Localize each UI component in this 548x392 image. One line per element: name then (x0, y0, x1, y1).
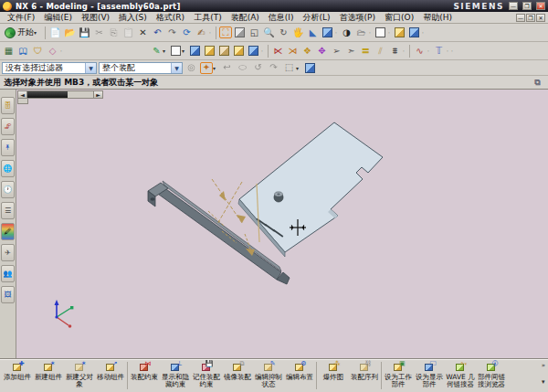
start-button[interactable]: 开始 ▾ (2, 25, 42, 40)
menu-view[interactable]: 视图(V) (77, 12, 114, 24)
wcs-display-icon[interactable]: ◇ (46, 44, 59, 58)
zoom-icon[interactable]: 🔍 (262, 26, 276, 39)
isometric-view-icon[interactable] (393, 26, 406, 39)
angle-constraint-icon[interactable]: ❖ (300, 44, 314, 58)
redo-icon[interactable]: ↷ (165, 26, 179, 39)
system-materials-tab[interactable]: ☰ (1, 202, 15, 219)
touch-mode-icon[interactable]: ✍ (195, 26, 208, 39)
fit-view-icon[interactable]: ⛶ (219, 26, 232, 38)
delete-icon[interactable]: ✕ (136, 26, 150, 39)
perspective-icon[interactable]: ◣ (306, 26, 320, 39)
spline-icon[interactable]: ∿ (413, 44, 427, 58)
part-links-browser-button[interactable]: 🛈 部件间链接浏览器 (476, 361, 507, 388)
clamp-icon[interactable]: 𝕋 (432, 44, 446, 58)
constraint-navigator-tab[interactable]: 🖇 (1, 118, 15, 135)
deselect-icon[interactable]: ↩ (220, 61, 234, 75)
rectangle-select-arrow[interactable]: ▾ (296, 65, 301, 71)
undo-icon[interactable]: ↶ (151, 26, 164, 39)
child-restore-button[interactable]: ❐ (526, 14, 535, 22)
line-constraint-icon[interactable]: ⋊ (286, 44, 300, 58)
menu-format[interactable]: 格式(R) (152, 12, 189, 24)
rotate-view-icon[interactable]: ↻ (277, 26, 290, 39)
history-tab[interactable]: 🕐 (1, 181, 15, 198)
touch-align-icon[interactable]: ✥ (315, 44, 329, 58)
show-hide-constraints-button[interactable]: ⊥ 显示和隐藏约束 (160, 361, 191, 388)
select-cursor-icon[interactable]: ➢ (330, 44, 343, 58)
selection-filter-arrow[interactable]: ▼ (85, 63, 96, 73)
menu-assemblies[interactable]: 装配(A) (227, 12, 264, 24)
background-icon[interactable] (374, 26, 387, 39)
unite-icon[interactable] (247, 44, 260, 58)
point-constraint-icon[interactable]: ⋉ (271, 44, 285, 58)
add-component-button[interactable]: ✚ 添加组件 (2, 361, 33, 381)
assembly-constraints-button[interactable]: ⋈ 装配约束 (129, 361, 160, 381)
menu-information[interactable]: 信息(I) (264, 12, 299, 24)
selection-scope-arrow[interactable]: ▼ (171, 63, 182, 73)
new-component-button[interactable]: ✶ 新建组件 (33, 361, 64, 381)
repeat-command-icon[interactable]: ⟳ (180, 26, 194, 39)
system-scenes-tab[interactable]: 🖼 (1, 286, 15, 303)
dialog-rail-icon[interactable]: ⧉ (531, 76, 544, 90)
extrude-icon[interactable] (188, 44, 202, 58)
visualization-icon[interactable]: 🗁 (354, 26, 368, 39)
close-button[interactable]: ✕ (536, 2, 545, 10)
snap-point-icon[interactable]: ◎ (184, 61, 198, 75)
internet-explorer-tab[interactable]: 🌐 (1, 160, 15, 177)
menu-tools[interactable]: 工具(T) (189, 12, 227, 24)
curve-rule-icon[interactable]: ↷ (267, 61, 280, 75)
new-parent-button[interactable]: ✶ 新建父对象 (64, 361, 95, 388)
make-work-part-button[interactable]: ▣ 设为工作部件 (383, 361, 414, 388)
shaded-view-icon[interactable] (321, 26, 334, 39)
child-close-button[interactable]: ✕ (536, 14, 545, 22)
copy-icon[interactable]: ⎘ (107, 26, 121, 39)
rendering-style-icon[interactable]: ◑ (340, 26, 353, 39)
pan-icon[interactable]: 🖐 (291, 26, 305, 39)
menu-edit[interactable]: 编辑(E) (39, 12, 77, 24)
sketch-dropdown-arrow[interactable]: ▾ (163, 48, 168, 54)
menu-preferences[interactable]: 首选项(P) (335, 12, 380, 24)
snap-point-options-icon[interactable]: ✦ (200, 62, 213, 74)
selection-scope-combo[interactable]: 整个装配 ▼ (99, 62, 183, 74)
open-file-icon[interactable]: 📂 (63, 26, 77, 39)
revolve-icon[interactable] (203, 44, 216, 58)
child-minimize-button[interactable]: — (516, 14, 525, 22)
menu-analysis[interactable]: 分析(L) (299, 12, 335, 24)
exploded-views-button[interactable]: ⁂ 爆炸图 (318, 361, 349, 381)
new-file-icon[interactable]: 📄 (48, 26, 62, 39)
selection-filter-combo[interactable]: 没有选择过滤器 ▼ (2, 62, 97, 74)
restore-button[interactable]: ❐ (522, 2, 532, 10)
boss-icon[interactable] (232, 44, 246, 58)
toolbar-overflow-button[interactable]: » ▾ (540, 361, 547, 387)
show-hide-icon[interactable]: 🕮 (16, 44, 30, 58)
manufacturing-wizard-tab[interactable]: ✈ (1, 244, 15, 261)
snap-options-arrow[interactable]: ▾ (213, 65, 218, 71)
part-navigator-tab[interactable]: 🖈 (1, 139, 15, 156)
graphics-viewport[interactable]: ◄ ► (16, 90, 548, 359)
object-display-icon[interactable]: ▦ (2, 44, 16, 58)
menu-window[interactable]: 窗口(O) (380, 12, 418, 24)
save-icon[interactable]: 💾 (78, 26, 91, 39)
make-displayed-part-button[interactable]: 🖵 设为显示部件 (414, 361, 445, 388)
shaded-selection-icon[interactable] (303, 61, 317, 75)
roles-tab[interactable]: 👥 (1, 265, 15, 282)
wave-geometry-linker-button[interactable]: 🗝 WAVE 几何链接器 (445, 361, 476, 388)
sketch-icon[interactable]: ✎ (150, 44, 163, 58)
cut-icon[interactable]: ✂ (92, 26, 106, 39)
move-component-button[interactable]: ↗ 移动组件 (95, 361, 126, 381)
rotate-selection-icon[interactable]: ↺ (251, 61, 265, 75)
remember-constraints-button[interactable]: 💾 记住装配约束 (191, 361, 222, 388)
snap-cursor-icon[interactable]: ➣ (344, 44, 358, 58)
paste-icon[interactable]: 📋 (121, 26, 135, 39)
lasso-icon[interactable]: ⬭ (236, 61, 249, 75)
assembly-navigator-tab[interactable]: 🗄 (1, 97, 15, 114)
menu-help[interactable]: 帮助(H) (418, 12, 457, 24)
minimize-button[interactable]: — (509, 2, 518, 10)
menu-insert[interactable]: 插入(S) (114, 12, 152, 24)
zoom-window-icon[interactable]: ◱ (248, 26, 261, 39)
edit-arrangements-button[interactable]: ⚙ 编辑布置 (284, 361, 315, 381)
rectangle-select-icon[interactable]: ⬚ (282, 61, 296, 75)
datum-dropdown-arrow[interactable]: ▾ (182, 48, 187, 54)
edit-suppression-button[interactable]: ✎ 编辑抑制状态 (253, 361, 284, 388)
parallel-constraint-icon[interactable]: 〓 (359, 44, 373, 58)
datum-plane-icon[interactable] (169, 44, 183, 58)
